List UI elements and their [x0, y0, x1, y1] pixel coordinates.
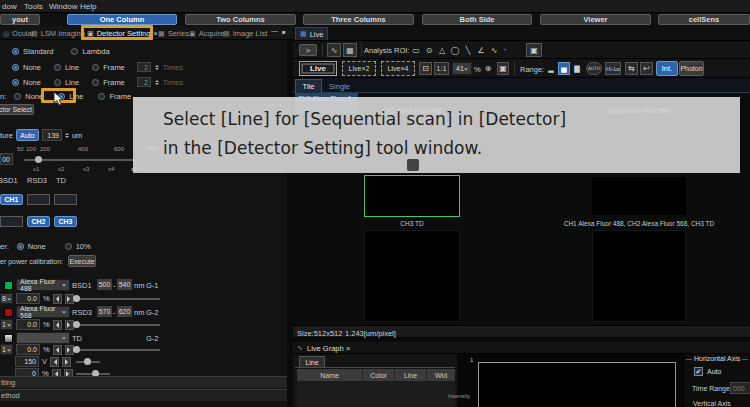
- live-x4-button[interactable]: Live×4: [381, 61, 415, 76]
- live-button[interactable]: Live: [299, 61, 337, 76]
- grid-empty-cell[interactable]: [0, 216, 23, 227]
- aperture-auto-button[interactable]: Auto: [16, 129, 39, 141]
- lambda-radio[interactable]: [71, 48, 78, 55]
- selected-image-pane-ch3[interactable]: [364, 175, 460, 217]
- avg1-frame-radio[interactable]: [92, 64, 99, 71]
- column-line[interactable]: Line: [395, 369, 427, 381]
- cellsens-button[interactable]: cellSens: [658, 14, 750, 25]
- roi-circle-icon[interactable]: ⊙: [423, 43, 435, 57]
- maximize-icon[interactable]: ■: [282, 29, 286, 35]
- ch3-button[interactable]: CH3: [54, 216, 77, 227]
- range-high-icon[interactable]: ▇: [571, 62, 583, 75]
- roi-line-icon[interactable]: ╲: [462, 43, 474, 57]
- zoom-value-input[interactable]: 00: [0, 153, 13, 165]
- roi-polygon-icon[interactable]: △: [436, 43, 448, 57]
- live-x2-button[interactable]: Live×2: [342, 61, 376, 76]
- menu-item-window-partial[interactable]: dow: [2, 2, 17, 11]
- line-tab[interactable]: Line: [299, 356, 325, 367]
- ch3-power-slider-handle[interactable]: [73, 346, 80, 353]
- section-header-method[interactable]: ethod: [0, 389, 287, 401]
- tab-image-list[interactable]: ▤ Image List: [223, 29, 267, 38]
- photon-mode-button[interactable]: Photon: [679, 61, 704, 76]
- one-to-one-button[interactable]: 1:1: [434, 62, 449, 75]
- avg1-times-stepper[interactable]: [155, 63, 159, 72]
- three-columns-button[interactable]: Three Columns: [303, 14, 414, 25]
- ch2-laser-dropdown[interactable]: 1: [0, 319, 13, 330]
- ch1-wave-from[interactable]: 500: [97, 279, 112, 290]
- ch3-color-swatch[interactable]: [4, 334, 13, 343]
- roi-rectangle-icon[interactable]: ▭: [410, 43, 422, 57]
- tab-ocular[interactable]: ◎ Ocular: [3, 29, 34, 38]
- live-graph-tab-label[interactable]: Live Graph: [307, 344, 344, 353]
- ch2-wave-from[interactable]: 570: [97, 306, 112, 317]
- copy-range-icon[interactable]: ⇆: [625, 62, 638, 75]
- live-graph-close-icon[interactable]: ×: [346, 344, 350, 353]
- both-side-button[interactable]: Both Side: [422, 14, 532, 25]
- avg1-none-radio[interactable]: [12, 64, 19, 71]
- tab-acquire[interactable]: ▣ Acquire: [189, 29, 224, 38]
- aperture-stepper[interactable]: [65, 131, 69, 140]
- undo-range-icon[interactable]: ↩: [640, 62, 653, 75]
- expand-panel-button[interactable]: >: [299, 44, 317, 56]
- ch3-power-input[interactable]: 0.0: [16, 344, 40, 355]
- nd-10pct-radio[interactable]: [65, 243, 72, 250]
- ch1-power-slider-handle[interactable]: [73, 295, 80, 302]
- time-range-input[interactable]: 000: [730, 382, 750, 394]
- minimize-icon[interactable]: —: [271, 27, 278, 34]
- ch1-dye-dropdown[interactable]: Alexa Fluor 488: [16, 279, 70, 291]
- ch3-laser-dropdown[interactable]: 1: [0, 344, 13, 355]
- column-width[interactable]: Wid: [427, 369, 455, 381]
- two-columns-button[interactable]: Two Columns: [185, 14, 296, 25]
- hv-slider-handle[interactable]: [84, 358, 91, 365]
- avg2-times-stepper[interactable]: [155, 78, 159, 87]
- standard-radio[interactable]: [12, 48, 19, 55]
- ch2-dye-dropdown[interactable]: Alexa Fluor 568: [16, 306, 70, 318]
- ch3-power-decrement[interactable]: [53, 345, 62, 355]
- ch2-button[interactable]: CH2: [27, 216, 50, 227]
- image-pane-row2-left[interactable]: [364, 230, 460, 322]
- tab-lsm-imaging[interactable]: ▤ LSM Imaging: [31, 29, 85, 38]
- ch1-power-decrement[interactable]: [53, 294, 62, 304]
- auto-range-knob-icon[interactable]: AUTO: [586, 62, 602, 75]
- single-tab[interactable]: Single: [324, 79, 355, 93]
- roi-curve-icon[interactable]: ∿: [488, 43, 500, 57]
- grid-empty-cell[interactable]: [54, 194, 77, 205]
- grid-empty-cell[interactable]: [27, 194, 50, 205]
- ch1-color-swatch[interactable]: [4, 281, 13, 290]
- ch1-laser-dropdown[interactable]: 8: [0, 293, 13, 304]
- auto-checkbox[interactable]: ✔: [694, 367, 703, 376]
- hi-lo-button[interactable]: Hi-Lo: [605, 62, 621, 75]
- avg1-line-radio[interactable]: [54, 64, 61, 71]
- live-document-tab[interactable]: ▦ Live: [295, 27, 328, 40]
- ch3-power-slider-track[interactable]: [76, 349, 160, 351]
- roi-more-dropdown-icon[interactable]: ·: [501, 43, 509, 57]
- stamp-tool-icon[interactable]: ▣: [526, 43, 542, 57]
- image-pane-row2-right[interactable]: [592, 230, 686, 322]
- menu-item-tools[interactable]: Tools: [24, 2, 43, 11]
- tile-tab[interactable]: Tile: [295, 79, 322, 93]
- nd-none-radio[interactable]: [17, 243, 24, 250]
- range-low-icon[interactable]: ▂: [545, 62, 557, 75]
- seq-none-radio[interactable]: [14, 93, 21, 100]
- roi-closed-curve-icon[interactable]: ◯: [449, 43, 461, 57]
- window-fit-icon[interactable]: ▣: [497, 62, 509, 75]
- ch1-button[interactable]: CH1: [0, 194, 23, 205]
- avg2-none-radio[interactable]: [12, 79, 19, 86]
- tab-close-icon[interactable]: ×: [153, 30, 157, 37]
- ch1-power-slider-track[interactable]: [76, 298, 160, 300]
- plot-area[interactable]: [478, 362, 676, 407]
- section-header-setting[interactable]: tting: [0, 376, 287, 388]
- fit-to-window-icon[interactable]: ⊡: [419, 62, 432, 75]
- chart-tool-icon[interactable]: ∿: [327, 43, 341, 57]
- avg1-times-input[interactable]: 2: [137, 62, 151, 72]
- menu-item-help[interactable]: Help: [80, 2, 96, 11]
- ch1-power-input[interactable]: 0.0: [16, 293, 40, 304]
- roi-polyline-icon[interactable]: ∠: [475, 43, 487, 57]
- grid-tool-icon[interactable]: ▦: [343, 43, 357, 57]
- viewer-button[interactable]: Viewer: [540, 14, 651, 25]
- column-color[interactable]: Color: [363, 369, 395, 381]
- line-table-body[interactable]: [297, 381, 455, 407]
- detector-select-button[interactable]: ctor Select: [0, 104, 34, 115]
- menu-item-window[interactable]: Window: [49, 2, 77, 11]
- avg2-times-input[interactable]: 2: [137, 77, 151, 87]
